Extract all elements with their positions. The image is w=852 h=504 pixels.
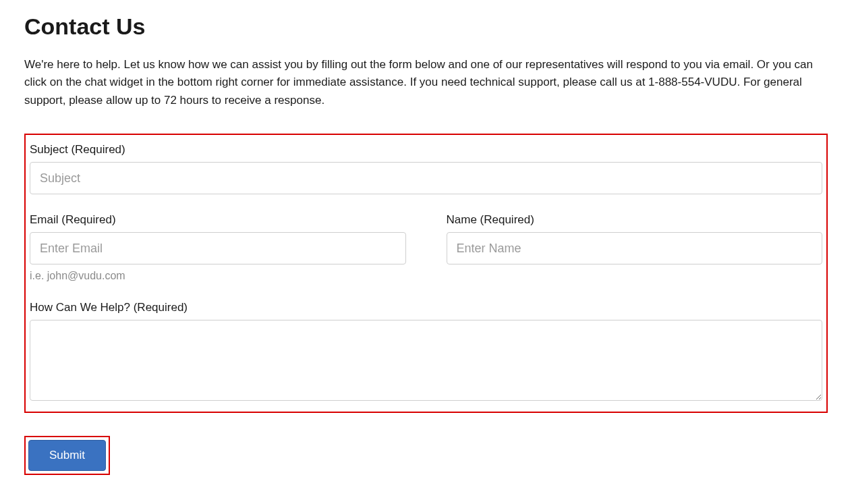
intro-text: We're here to help. Let us know how we c… (24, 56, 828, 109)
contact-form: Subject (Required) Email (Required) i.e.… (24, 134, 828, 413)
email-help-text: i.e. john@vudu.com (30, 270, 406, 282)
message-label: How Can We Help? (Required) (30, 301, 822, 314)
submit-button[interactable]: Submit (28, 440, 106, 471)
email-field-group: Email (Required) i.e. john@vudu.com (30, 213, 406, 282)
name-label: Name (Required) (447, 213, 823, 227)
subject-field-group: Subject (Required) (30, 143, 822, 194)
email-name-row: Email (Required) i.e. john@vudu.com Name… (30, 213, 822, 282)
message-textarea[interactable] (30, 320, 822, 401)
message-field-group: How Can We Help? (Required) (30, 301, 822, 403)
name-input[interactable] (447, 232, 823, 264)
email-input[interactable] (30, 232, 406, 264)
submit-highlight-box: Submit (24, 436, 110, 475)
page-title: Contact Us (24, 13, 828, 40)
subject-label: Subject (Required) (30, 143, 822, 157)
name-field-group: Name (Required) (447, 213, 823, 282)
email-label: Email (Required) (30, 213, 406, 227)
subject-input[interactable] (30, 162, 822, 194)
